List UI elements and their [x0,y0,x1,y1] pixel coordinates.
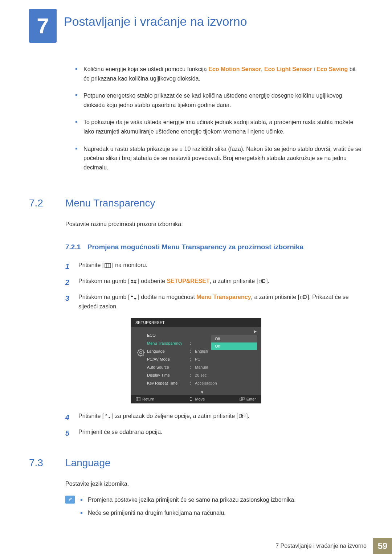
osd-row: Key Repeat Time:Acceleration [147,379,257,387]
text: Pritisnite [ [78,413,104,419]
svg-rect-20 [240,398,242,401]
text: Enter [246,397,256,401]
up-down-arrows-icon [130,295,138,300]
text: ]. [266,278,269,284]
text: Primijenit će se odabrana opcija. [78,427,363,439]
text: , a zatim pritisnite [ [251,294,299,300]
text: i [312,66,317,72]
subsection-number: 7.2.1 [65,243,81,251]
step-item: 3 Pritiskom na gumb [] dođite na mogućno… [65,292,363,311]
osd-value: 20 sec [195,373,257,377]
bullet-item: Potpuno energetsko stablo prikazat će se… [75,91,363,110]
highlight-setup-reset: SETUP&RESET [167,278,209,284]
arrow-down-icon: ▼ [143,389,261,395]
section-intro-text: Postavite jezik izbornika. [65,480,363,488]
svg-line-14 [143,354,144,355]
svg-rect-0 [105,263,111,268]
text: Količina energije koja se uštedi pomoću … [83,66,208,72]
enter-icon [238,414,246,419]
highlight-eco-saving: Eco Saving [317,66,348,72]
osd-popup-option-on: On [211,342,257,350]
menu-icon [104,263,112,268]
osd-row: PC/AV Mode:PC [147,355,257,363]
highlight-eco-motion: Eco Motion Sensor [208,66,261,72]
step-item: 4 Pritisnite [] za prelazak do željene o… [65,411,363,423]
enter-icon [299,295,307,300]
up-down-arrows-icon [104,414,112,419]
section-intro-text: Postavite razinu prozirnosti prozora izb… [65,220,363,229]
bullet-item: Napredak u rastu stabla prikazuje se u 1… [75,144,363,172]
chapter-header: 7 Postavljanje i vraćanje na izvorno [29,9,363,43]
text: , [261,66,264,72]
text: Pritisnite [ [78,262,104,268]
svg-line-15 [138,354,139,355]
step-item: 5 Primijenit će se odabrana opcija. [65,427,363,439]
note-item: Promjena postavke jezika primijenit će s… [81,496,363,504]
text: , a zatim pritisnite [ [210,278,258,284]
section-title: Language [65,457,111,469]
highlight-menu-transparency: Menu Transparency [196,294,251,300]
section-7-3-heading: 7.3 Language [29,457,363,469]
intro-bullet-list: Količina energije koja se uštedi pomoću … [75,65,363,172]
svg-line-13 [138,350,139,350]
step-number: 3 [65,292,72,311]
text: ]. [246,413,249,419]
osd-footer-move: Move [189,397,205,401]
subsection-7-2-1-heading: 7.2.1 Promjena mogućnosti Menu Transpare… [65,243,363,251]
enter-icon [258,279,266,284]
osd-footer-return: Return [136,397,154,401]
step-number: 4 [65,411,72,423]
osd-row: Display Time:20 sec [147,371,257,379]
step-number: 5 [65,427,72,439]
svg-rect-21 [241,397,244,400]
text: ] odaberite [138,278,167,284]
osd-label: Key Repeat Time [147,381,190,385]
footer-page-number: 59 [373,538,392,554]
text: Return [142,397,154,401]
section-number: 7.3 [29,457,55,469]
text: ] na monitoru. [112,262,147,268]
osd-label: Auto Source [147,365,190,369]
section-title: Menu Transparency [65,197,155,209]
text: Pritiskom na gumb [ [78,294,130,300]
text: ] za prelazak do željene opcije, a zatim… [112,413,238,419]
steps-list: 1 Pritisnite [] na monitoru. 2 Pritiskom… [65,260,363,311]
chapter-title: Postavljanje i vraćanje na izvorno [64,15,247,29]
osd-value: PC [195,357,257,361]
svg-line-16 [143,350,144,350]
step-number: 2 [65,276,72,288]
osd-label: Language [147,349,190,353]
svg-point-8 [140,351,142,353]
bullet-item: To pokazuje da je vaša ušteda energije i… [75,118,363,136]
note-item: Neće se primijeniti na drugim funkcijama… [81,509,363,517]
osd-footer-enter: Enter [240,397,256,401]
svg-rect-17 [136,397,140,401]
page-footer: 7 Postavljanje i vraćanje na izvorno 59 [0,538,392,554]
step-item: 1 Pritisnite [] na monitoru. [65,260,363,272]
note-icon [65,496,75,504]
text: Move [195,397,205,401]
osd-label: Menu Transparency [147,341,190,345]
section-7-2-heading: 7.2 Menu Transparency [29,197,363,209]
osd-value: Acceleration [195,381,257,385]
steps-list-continued: 4 Pritisnite [] za prelazak do željene o… [65,411,363,439]
bullet-item: Količina energije koja se uštedi pomoću … [75,65,363,83]
text: Pritiskom na gumb [ [78,278,130,284]
osd-popup-option-off: Off [211,335,257,342]
note-block: Promjena postavke jezika primijenit će s… [65,496,363,522]
subsection-title: Promjena mogućnosti Menu Transparency za… [87,243,303,251]
osd-label: PC/AV Mode [147,357,190,361]
note-list: Promjena postavke jezika primijenit će s… [81,496,363,522]
osd-panel: SETUP&RESET ▶ ECO Menu Transparency: Lan… [131,318,261,403]
osd-value: Manual [195,365,257,369]
step-number: 1 [65,260,72,272]
osd-row: Auto Source:Manual [147,363,257,371]
chapter-number-badge: 7 [29,9,57,43]
osd-footer: Return Move Enter [131,395,261,403]
osd-popup: Off On [211,335,257,350]
section-number: 7.2 [29,197,55,209]
up-down-arrows-icon [130,279,138,284]
osd-label: Display Time [147,373,190,377]
text: ] dođite na mogućnost [138,294,196,300]
gear-icon [137,349,145,357]
